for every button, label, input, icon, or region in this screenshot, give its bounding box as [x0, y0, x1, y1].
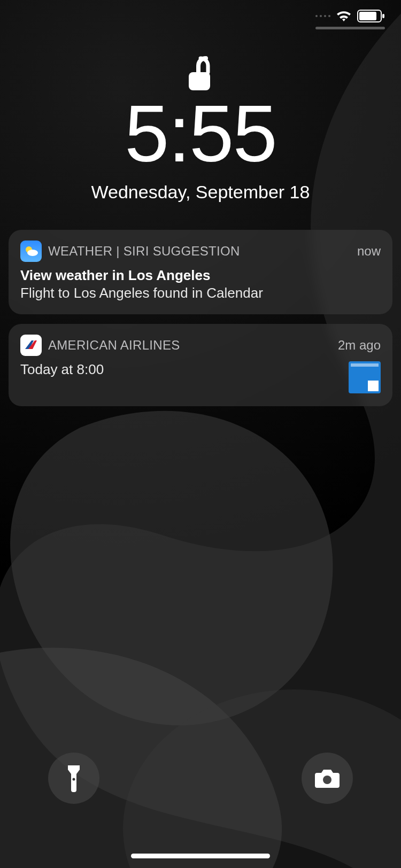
svg-point-6 [27, 250, 38, 256]
notification-app-name: WEATHER | SIRI SUGGESTION [48, 244, 351, 259]
notification-timestamp: 2m ago [338, 338, 381, 353]
notification-card[interactable]: WEATHER | SIRI SUGGESTION now View weath… [9, 230, 392, 314]
american-airlines-icon [20, 335, 42, 356]
svg-point-7 [73, 778, 75, 781]
lock-status [0, 56, 401, 92]
svg-rect-3 [382, 14, 384, 18]
notification-list: WEATHER | SIRI SUGGESTION now View weath… [9, 230, 392, 406]
swipe-down-indicator[interactable] [315, 27, 385, 29]
wifi-icon [336, 10, 352, 22]
notification-app-name: AMERICAN AIRLINES [48, 338, 331, 353]
notification-message: Flight to Los Angeles found in Calendar [20, 285, 381, 301]
notification-message: Today at 8:00 [20, 361, 342, 378]
notification-card[interactable]: AMERICAN AIRLINES 2m ago Today at 8:00 [9, 324, 392, 406]
svg-point-8 [323, 776, 331, 784]
status-bar [315, 10, 385, 22]
notification-title: View weather in Los Angeles [20, 267, 381, 284]
unlock-icon [188, 56, 213, 92]
boarding-pass-thumbnail [349, 361, 381, 393]
clock-time: 5:55 [0, 94, 401, 174]
home-indicator[interactable] [131, 854, 270, 858]
camera-icon [314, 768, 341, 789]
svg-rect-4 [189, 72, 210, 90]
clock-date: Wednesday, September 18 [0, 182, 401, 203]
flashlight-button[interactable] [48, 753, 99, 804]
cellular-dots-icon [315, 15, 330, 17]
svg-rect-2 [359, 12, 376, 20]
notification-timestamp: now [357, 244, 381, 259]
battery-icon [357, 10, 385, 22]
camera-button[interactable] [302, 753, 353, 804]
weather-icon [20, 241, 42, 262]
flashlight-icon [65, 764, 83, 792]
